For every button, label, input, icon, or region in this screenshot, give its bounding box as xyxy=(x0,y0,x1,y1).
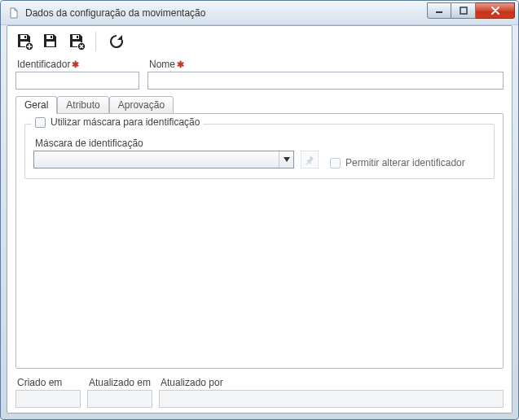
tab-aprovacao[interactable]: Aprovação xyxy=(109,96,174,114)
created-field: Criado em xyxy=(15,377,81,408)
client-area: Identificador ✱ Nome ✱ Geral Atributo Ap… xyxy=(7,25,512,413)
created-label: Criado em xyxy=(17,377,81,388)
identifier-label: Identificador xyxy=(17,59,70,70)
required-icon: ✱ xyxy=(177,59,184,70)
allow-edit-id-group[interactable]: Permitir alterar identificador xyxy=(330,157,465,168)
svg-rect-3 xyxy=(24,36,26,38)
save-new-button[interactable] xyxy=(14,31,35,52)
tabs: Geral Atributo Aprovação Utilizar máscar… xyxy=(12,96,507,369)
svg-rect-0 xyxy=(436,11,442,13)
minimize-button[interactable] xyxy=(427,2,451,19)
id-name-row: Identificador ✱ Nome ✱ xyxy=(12,57,507,96)
tab-header: Geral Atributo Aprovação xyxy=(15,96,504,114)
svg-rect-8 xyxy=(51,36,52,38)
use-mask-label: Utilizar máscara para identificação xyxy=(51,116,200,128)
save-close-button[interactable] xyxy=(66,31,87,52)
dialog-window: Dados da configuração da movimentação xyxy=(0,0,519,420)
tab-panel-geral: Utilizar máscara para identificação Másc… xyxy=(15,113,504,369)
name-field: Nome ✱ xyxy=(147,59,504,90)
updated-field: Atualizado em xyxy=(87,377,152,408)
allow-edit-id-label: Permitir alterar identificador xyxy=(345,157,465,168)
mask-label: Máscara de identificação xyxy=(35,138,294,149)
name-label: Nome xyxy=(149,59,175,70)
mask-action-button[interactable] xyxy=(301,151,319,168)
svg-rect-11 xyxy=(77,36,78,38)
tab-atributo[interactable]: Atributo xyxy=(57,96,108,114)
allow-edit-id-checkbox[interactable] xyxy=(330,158,341,168)
refresh-button[interactable] xyxy=(106,31,127,52)
identifier-field: Identificador ✱ xyxy=(15,59,139,90)
svg-rect-9 xyxy=(46,42,55,46)
close-button[interactable] xyxy=(476,2,515,19)
titlebar[interactable]: Dados da configuração da movimentação xyxy=(1,1,518,25)
mask-select[interactable] xyxy=(33,151,294,168)
use-mask-checkbox[interactable] xyxy=(35,117,46,128)
toolbar xyxy=(12,29,507,57)
toolbar-separator xyxy=(95,32,96,51)
mask-select-field: Máscara de identificação xyxy=(33,138,294,168)
updated-by-label: Atualizado por xyxy=(161,377,504,388)
created-input xyxy=(15,390,81,408)
mask-row: Máscara de identificação xyxy=(33,138,486,168)
footer-row: Criado em Atualizado em Atualizado por xyxy=(12,374,507,408)
updated-by-field: Atualizado por xyxy=(159,377,504,408)
name-input[interactable] xyxy=(147,72,504,90)
mask-select-value xyxy=(34,151,279,168)
updated-input xyxy=(87,390,152,408)
document-icon xyxy=(7,7,20,20)
required-icon: ✱ xyxy=(72,59,79,70)
save-button[interactable] xyxy=(40,31,61,52)
window-controls xyxy=(427,2,515,20)
identifier-input[interactable] xyxy=(15,72,139,90)
updated-label: Atualizado em xyxy=(89,377,152,388)
use-mask-legend[interactable]: Utilizar máscara para identificação xyxy=(32,116,203,128)
mask-fieldset: Utilizar máscara para identificação Másc… xyxy=(24,124,495,179)
maximize-button[interactable] xyxy=(451,2,476,19)
window-title: Dados da configuração da movimentação xyxy=(25,7,427,19)
tab-geral[interactable]: Geral xyxy=(15,96,57,114)
updated-by-input xyxy=(159,390,504,408)
chevron-down-icon xyxy=(279,151,293,168)
svg-rect-1 xyxy=(460,7,467,14)
